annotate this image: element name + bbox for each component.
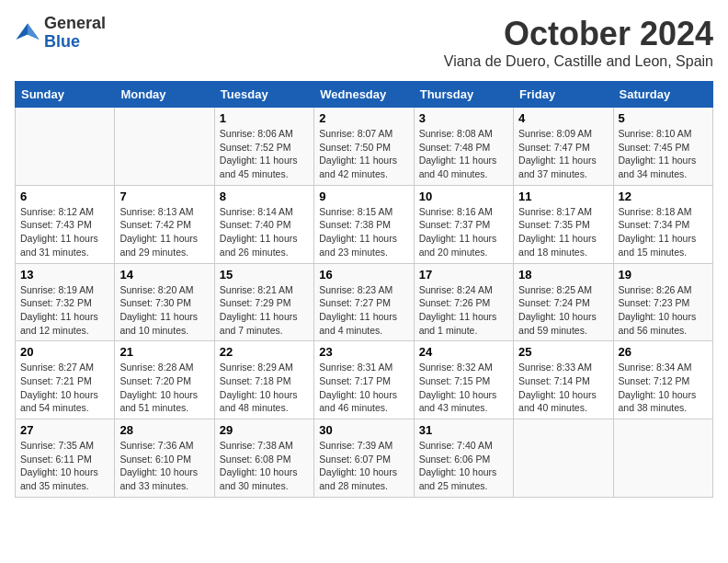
month-title: October 2024 bbox=[444, 15, 713, 53]
day-number: 25 bbox=[518, 345, 608, 359]
day-info: Sunrise: 7:39 AM Sunset: 6:07 PM Dayligh… bbox=[319, 439, 408, 493]
calendar-cell: 29Sunrise: 7:38 AM Sunset: 6:08 PM Dayli… bbox=[214, 419, 313, 498]
day-number: 11 bbox=[518, 190, 608, 203]
day-info: Sunrise: 7:36 AM Sunset: 6:10 PM Dayligh… bbox=[119, 439, 209, 493]
day-number: 4 bbox=[518, 111, 608, 125]
day-number: 16 bbox=[319, 268, 408, 282]
day-info: Sunrise: 8:15 AM Sunset: 7:38 PM Dayligh… bbox=[319, 205, 408, 259]
day-info: Sunrise: 8:21 AM Sunset: 7:29 PM Dayligh… bbox=[220, 283, 309, 338]
day-info: Sunrise: 8:07 AM Sunset: 7:50 PM Dayligh… bbox=[319, 127, 408, 181]
day-info: Sunrise: 8:29 AM Sunset: 7:18 PM Dayligh… bbox=[220, 361, 309, 415]
day-number: 27 bbox=[20, 423, 109, 437]
day-number: 15 bbox=[220, 268, 309, 282]
logo-icon bbox=[15, 20, 40, 46]
day-info: Sunrise: 8:13 AM Sunset: 7:42 PM Dayligh… bbox=[119, 205, 209, 259]
calendar-body: 1Sunrise: 8:06 AM Sunset: 7:52 PM Daylig… bbox=[16, 108, 713, 498]
day-info: Sunrise: 8:06 AM Sunset: 7:52 PM Dayligh… bbox=[220, 127, 309, 181]
calendar-cell: 28Sunrise: 7:36 AM Sunset: 6:10 PM Dayli… bbox=[115, 419, 214, 498]
calendar-cell: 13Sunrise: 8:19 AM Sunset: 7:32 PM Dayli… bbox=[16, 263, 115, 341]
calendar-cell: 26Sunrise: 8:34 AM Sunset: 7:12 PM Dayli… bbox=[613, 341, 712, 419]
calendar-cell: 23Sunrise: 8:31 AM Sunset: 7:17 PM Dayli… bbox=[314, 341, 414, 419]
calendar-week-row: 1Sunrise: 8:06 AM Sunset: 7:52 PM Daylig… bbox=[16, 108, 713, 186]
day-header-thursday: Thursday bbox=[414, 82, 513, 108]
calendar-cell: 1Sunrise: 8:06 AM Sunset: 7:52 PM Daylig… bbox=[214, 108, 313, 186]
day-header-wednesday: Wednesday bbox=[314, 82, 414, 108]
day-info: Sunrise: 8:26 AM Sunset: 7:23 PM Dayligh… bbox=[619, 283, 708, 338]
day-header-friday: Friday bbox=[514, 82, 613, 108]
logo: General Blue bbox=[15, 15, 106, 52]
calendar-cell: 20Sunrise: 8:27 AM Sunset: 7:21 PM Dayli… bbox=[16, 341, 115, 419]
day-number: 31 bbox=[419, 423, 508, 437]
day-info: Sunrise: 8:08 AM Sunset: 7:48 PM Dayligh… bbox=[419, 127, 508, 181]
calendar-table: SundayMondayTuesdayWednesdayThursdayFrid… bbox=[15, 81, 713, 498]
calendar-cell: 18Sunrise: 8:25 AM Sunset: 7:24 PM Dayli… bbox=[514, 263, 613, 341]
day-info: Sunrise: 8:25 AM Sunset: 7:24 PM Dayligh… bbox=[518, 283, 608, 338]
day-number: 30 bbox=[319, 423, 408, 437]
calendar-cell: 10Sunrise: 8:16 AM Sunset: 7:37 PM Dayli… bbox=[414, 185, 513, 263]
logo-text: General Blue bbox=[44, 15, 106, 52]
day-number: 29 bbox=[220, 423, 309, 437]
day-header-sunday: Sunday bbox=[16, 82, 115, 108]
day-header-tuesday: Tuesday bbox=[214, 82, 313, 108]
day-info: Sunrise: 8:12 AM Sunset: 7:43 PM Dayligh… bbox=[20, 205, 109, 259]
calendar-cell bbox=[115, 108, 214, 186]
calendar-cell: 4Sunrise: 8:09 AM Sunset: 7:47 PM Daylig… bbox=[514, 108, 613, 186]
day-number: 3 bbox=[419, 111, 508, 125]
calendar-cell: 31Sunrise: 7:40 AM Sunset: 6:06 PM Dayli… bbox=[414, 419, 513, 498]
day-number: 8 bbox=[220, 190, 309, 203]
calendar-cell: 25Sunrise: 8:33 AM Sunset: 7:14 PM Dayli… bbox=[514, 341, 613, 419]
title-area: October 2024 Viana de Duero, Castille an… bbox=[444, 15, 713, 70]
day-number: 5 bbox=[619, 111, 708, 125]
calendar-week-row: 27Sunrise: 7:35 AM Sunset: 6:11 PM Dayli… bbox=[16, 419, 713, 498]
calendar-cell: 24Sunrise: 8:32 AM Sunset: 7:15 PM Dayli… bbox=[414, 341, 513, 419]
day-number: 22 bbox=[220, 345, 309, 359]
day-info: Sunrise: 8:20 AM Sunset: 7:30 PM Dayligh… bbox=[119, 283, 209, 338]
day-info: Sunrise: 8:28 AM Sunset: 7:20 PM Dayligh… bbox=[119, 361, 209, 415]
day-info: Sunrise: 8:34 AM Sunset: 7:12 PM Dayligh… bbox=[619, 361, 708, 415]
calendar-cell: 19Sunrise: 8:26 AM Sunset: 7:23 PM Dayli… bbox=[613, 263, 712, 341]
day-header-monday: Monday bbox=[115, 82, 214, 108]
day-number: 1 bbox=[220, 111, 309, 125]
day-number: 24 bbox=[419, 345, 508, 359]
day-info: Sunrise: 8:16 AM Sunset: 7:37 PM Dayligh… bbox=[419, 205, 508, 259]
calendar-cell: 6Sunrise: 8:12 AM Sunset: 7:43 PM Daylig… bbox=[16, 185, 115, 263]
calendar-cell: 30Sunrise: 7:39 AM Sunset: 6:07 PM Dayli… bbox=[314, 419, 414, 498]
calendar-cell: 2Sunrise: 8:07 AM Sunset: 7:50 PM Daylig… bbox=[314, 108, 414, 186]
day-info: Sunrise: 8:31 AM Sunset: 7:17 PM Dayligh… bbox=[319, 361, 408, 415]
day-number: 21 bbox=[119, 345, 209, 359]
calendar-cell bbox=[16, 108, 115, 186]
day-number: 17 bbox=[419, 268, 508, 282]
day-info: Sunrise: 8:09 AM Sunset: 7:47 PM Dayligh… bbox=[518, 127, 608, 181]
day-info: Sunrise: 8:33 AM Sunset: 7:14 PM Dayligh… bbox=[518, 361, 608, 415]
calendar-cell: 12Sunrise: 8:18 AM Sunset: 7:34 PM Dayli… bbox=[613, 185, 712, 263]
calendar-cell: 15Sunrise: 8:21 AM Sunset: 7:29 PM Dayli… bbox=[214, 263, 313, 341]
calendar-cell: 21Sunrise: 8:28 AM Sunset: 7:20 PM Dayli… bbox=[115, 341, 214, 419]
calendar-week-row: 20Sunrise: 8:27 AM Sunset: 7:21 PM Dayli… bbox=[16, 341, 713, 419]
day-number: 2 bbox=[319, 111, 408, 125]
calendar-cell: 5Sunrise: 8:10 AM Sunset: 7:45 PM Daylig… bbox=[613, 108, 712, 186]
day-number: 23 bbox=[319, 345, 408, 359]
calendar-cell: 16Sunrise: 8:23 AM Sunset: 7:27 PM Dayli… bbox=[314, 263, 414, 341]
calendar-cell: 7Sunrise: 8:13 AM Sunset: 7:42 PM Daylig… bbox=[115, 185, 214, 263]
day-number: 12 bbox=[619, 190, 708, 203]
day-number: 26 bbox=[619, 345, 708, 359]
calendar-cell: 3Sunrise: 8:08 AM Sunset: 7:48 PM Daylig… bbox=[414, 108, 513, 186]
calendar-cell: 11Sunrise: 8:17 AM Sunset: 7:35 PM Dayli… bbox=[514, 185, 613, 263]
calendar-cell bbox=[514, 419, 613, 498]
day-number: 13 bbox=[20, 268, 109, 282]
day-number: 18 bbox=[518, 268, 608, 282]
calendar-cell: 14Sunrise: 8:20 AM Sunset: 7:30 PM Dayli… bbox=[115, 263, 214, 341]
day-number: 7 bbox=[119, 190, 209, 203]
svg-marker-1 bbox=[28, 23, 40, 40]
day-info: Sunrise: 8:14 AM Sunset: 7:40 PM Dayligh… bbox=[220, 205, 309, 259]
calendar-week-row: 6Sunrise: 8:12 AM Sunset: 7:43 PM Daylig… bbox=[16, 185, 713, 263]
calendar-cell: 8Sunrise: 8:14 AM Sunset: 7:40 PM Daylig… bbox=[214, 185, 313, 263]
day-number: 6 bbox=[20, 190, 109, 203]
day-info: Sunrise: 8:27 AM Sunset: 7:21 PM Dayligh… bbox=[20, 361, 109, 415]
day-number: 28 bbox=[119, 423, 209, 437]
calendar-cell: 22Sunrise: 8:29 AM Sunset: 7:18 PM Dayli… bbox=[214, 341, 313, 419]
day-info: Sunrise: 8:18 AM Sunset: 7:34 PM Dayligh… bbox=[619, 205, 708, 259]
location-subtitle: Viana de Duero, Castille and Leon, Spain bbox=[444, 53, 713, 70]
day-info: Sunrise: 7:38 AM Sunset: 6:08 PM Dayligh… bbox=[220, 439, 309, 493]
day-info: Sunrise: 8:24 AM Sunset: 7:26 PM Dayligh… bbox=[419, 283, 508, 338]
